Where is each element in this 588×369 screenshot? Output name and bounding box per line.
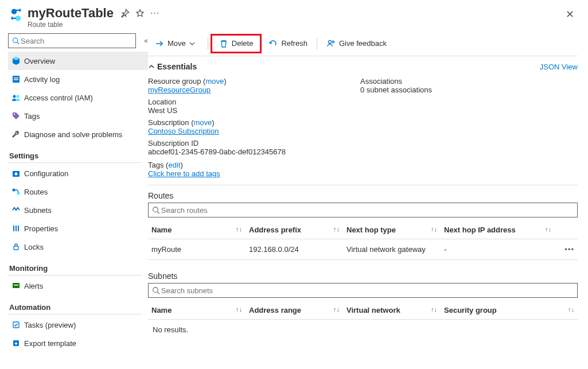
collapse-sidebar-icon[interactable]: « xyxy=(144,37,148,45)
resource-group-move-link[interactable]: move xyxy=(205,77,224,86)
svg-point-21 xyxy=(153,207,158,212)
svg-point-0 xyxy=(13,38,18,42)
nav-label: Properties xyxy=(24,224,58,233)
table-row[interactable]: myRoute 192.168.0.0/24 Virtual network g… xyxy=(148,239,578,260)
sort-icon[interactable]: ↑↓ xyxy=(431,306,437,313)
alerts-icon xyxy=(11,281,24,290)
subnets-col-vnet[interactable]: Virtual network↑↓ xyxy=(343,301,441,320)
routes-col-name[interactable]: Name↑↓ xyxy=(148,221,246,239)
delete-button[interactable]: Delete xyxy=(211,34,262,53)
nav-group-automation: Automation xyxy=(8,295,148,313)
nav-tags[interactable]: Tags xyxy=(8,107,148,125)
associations-value: 0 subnet associations xyxy=(360,86,573,94)
subnets-col-range[interactable]: Address range↑↓ xyxy=(246,301,343,320)
tasks-icon xyxy=(11,320,24,329)
sort-icon[interactable]: ↑↓ xyxy=(545,226,551,232)
arrow-right-icon xyxy=(155,39,164,48)
nav-activity-log[interactable]: Activity log xyxy=(8,70,148,88)
subscription-value[interactable]: Contoso Subscription xyxy=(148,127,360,135)
chevron-up-icon xyxy=(148,63,155,70)
subscription-id-value: abcdef01-2345-6789-0abc-def012345678 xyxy=(148,147,360,156)
page-title: myRouteTable xyxy=(28,6,114,21)
sort-icon[interactable]: ↑↓ xyxy=(431,226,437,232)
svg-point-5 xyxy=(13,95,16,98)
subnets-icon xyxy=(11,205,24,215)
resource-group-value[interactable]: myResourceGroup xyxy=(148,86,360,94)
nav-routes[interactable]: Routes xyxy=(8,182,148,201)
tags-edit-link[interactable]: edit xyxy=(168,161,180,169)
sort-icon[interactable]: ↑↓ xyxy=(333,226,340,232)
nav-locks[interactable]: Locks xyxy=(8,238,148,256)
svg-point-9 xyxy=(15,173,18,176)
subnets-section-title: Subnets xyxy=(148,271,578,281)
properties-icon xyxy=(11,224,24,233)
page-subtitle: Route table xyxy=(28,21,114,29)
nav-properties[interactable]: Properties xyxy=(8,219,148,238)
nav-export-template[interactable]: Export template xyxy=(8,334,148,352)
route-hoptype-cell: Virtual network gateway xyxy=(343,239,441,260)
tag-icon xyxy=(11,111,24,121)
command-bar: Move Delete Refresh Give feedback xyxy=(148,31,578,56)
svg-rect-4 xyxy=(14,79,18,80)
location-value: West US xyxy=(148,106,360,115)
pin-icon[interactable] xyxy=(120,9,130,18)
separator xyxy=(317,38,317,49)
sort-icon[interactable]: ↑↓ xyxy=(236,306,242,313)
nav-subnets[interactable]: Subnets xyxy=(8,201,148,219)
svg-rect-15 xyxy=(14,246,18,250)
route-prefix-cell: 192.168.0.0/24 xyxy=(246,239,343,260)
routes-search-input[interactable] xyxy=(160,205,574,215)
json-view-link[interactable]: JSON View xyxy=(540,63,578,71)
nav-configuration[interactable]: Configuration xyxy=(8,164,148,182)
nav-label: Export template xyxy=(24,339,76,348)
row-more-icon[interactable]: ••• xyxy=(555,239,578,260)
nav-access-control[interactable]: Access control (IAM) xyxy=(8,88,148,107)
more-icon[interactable]: ··· xyxy=(150,8,159,18)
tags-value[interactable]: Click here to add tags xyxy=(148,169,360,178)
svg-point-7 xyxy=(14,114,15,115)
nav-label: Configuration xyxy=(24,169,68,178)
nav-tasks[interactable]: Tasks (preview) xyxy=(8,316,148,334)
move-button[interactable]: Move xyxy=(148,31,205,56)
svg-line-1 xyxy=(17,42,19,44)
sidebar-search-input[interactable] xyxy=(20,36,132,46)
close-button[interactable]: ✕ xyxy=(561,6,579,23)
subnets-search[interactable] xyxy=(148,283,578,298)
routes-col-hoptype[interactable]: Next hop type↑↓ xyxy=(343,221,441,239)
nav-label: Routes xyxy=(24,188,48,196)
nav-label: Subnets xyxy=(24,206,52,215)
routes-col-prefix[interactable]: Address prefix↑↓ xyxy=(246,221,343,239)
routes-search[interactable] xyxy=(148,203,578,217)
svg-point-20 xyxy=(328,40,331,43)
svg-point-6 xyxy=(17,95,20,98)
nav-alerts[interactable]: Alerts xyxy=(8,277,148,295)
routes-col-hopip[interactable]: Next hop IP address↑↓ xyxy=(441,221,555,239)
svg-point-11 xyxy=(17,192,20,195)
resource-group-label: Resource group (move) xyxy=(148,77,360,86)
sort-icon[interactable]: ↑↓ xyxy=(333,306,340,313)
delete-label: Delete xyxy=(232,39,254,48)
essentials-header[interactable]: Essentials JSON View xyxy=(148,56,578,75)
nav-label: Activity log xyxy=(24,75,60,84)
nav-diagnose[interactable]: Diagnose and solve problems xyxy=(8,125,148,143)
svg-line-24 xyxy=(157,292,159,294)
nav-label: Alerts xyxy=(24,282,43,290)
svg-rect-3 xyxy=(14,77,18,79)
sort-icon[interactable]: ↑↓ xyxy=(236,226,242,232)
gear-box-icon xyxy=(11,169,24,178)
star-icon[interactable] xyxy=(135,9,145,18)
essentials-body: Resource group (move) myResourceGroup Lo… xyxy=(148,75,578,185)
feedback-button[interactable]: Give feedback xyxy=(320,31,394,56)
chevron-down-icon xyxy=(189,41,195,46)
subscription-move-link[interactable]: move xyxy=(194,118,212,127)
refresh-label: Refresh xyxy=(281,39,307,48)
subnets-search-input[interactable] xyxy=(160,286,574,296)
subnets-col-name[interactable]: Name↑↓ xyxy=(148,301,246,320)
nav-overview[interactable]: Overview xyxy=(8,52,148,70)
subnets-col-sg[interactable]: Security group↑↓ xyxy=(441,301,578,320)
refresh-button[interactable]: Refresh xyxy=(262,31,314,56)
export-icon xyxy=(11,339,24,348)
sort-icon[interactable]: ↑↓ xyxy=(568,306,574,313)
sidebar-search[interactable] xyxy=(8,33,136,48)
refresh-icon xyxy=(268,39,278,48)
